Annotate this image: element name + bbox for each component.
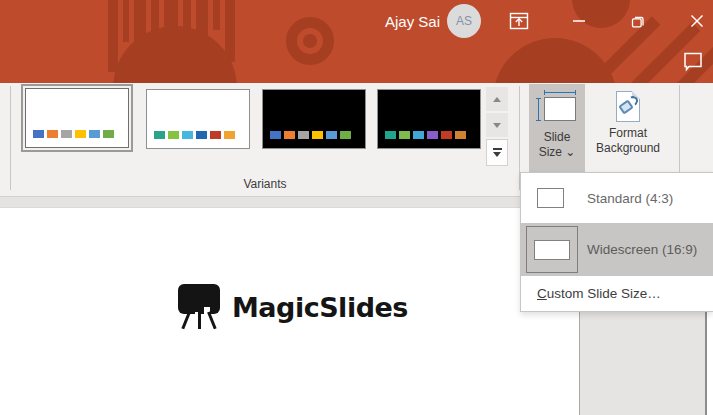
minimize-button[interactable] [564, 6, 594, 36]
format-background-label-line1: Format [609, 126, 647, 141]
powerpoint-window: Ajay Sai AS [0, 0, 713, 415]
gallery-more-button[interactable] [486, 139, 508, 166]
minimize-icon [572, 14, 586, 28]
theme-color-swatch [298, 131, 309, 139]
theme-color-swatch [196, 131, 207, 139]
titlebar: Ajay Sai AS [0, 0, 713, 83]
restore-button[interactable] [623, 6, 653, 36]
slide-size-button[interactable]: Slide Size ⌄ [529, 84, 585, 173]
theme-color-swatches [33, 130, 114, 138]
gallery-scroll-down-button[interactable] [486, 113, 508, 137]
variant-thumbnail-4[interactable] [377, 89, 481, 149]
menu-item-label: Widescreen (16:9) [587, 242, 697, 257]
magicslides-logo: MagicSlides [177, 284, 408, 331]
theme-color-swatch [168, 131, 179, 139]
close-icon [690, 14, 704, 28]
theme-color-swatch [224, 131, 235, 139]
variant-thumbnail-3[interactable] [262, 89, 366, 149]
group-separator [10, 86, 11, 190]
theme-color-swatch [340, 131, 351, 139]
comment-bubble-icon [682, 50, 704, 74]
theme-color-swatch [399, 131, 410, 139]
widescreen-ratio-icon [534, 240, 570, 260]
theme-color-swatch [326, 131, 337, 139]
menu-item-custom-slide-size[interactable]: Custom Slide Size… [521, 276, 713, 311]
selected-option-frame [526, 226, 578, 273]
theme-color-swatches [154, 131, 235, 139]
chevron-down-icon: ⌄ [565, 145, 575, 159]
triangle-down-icon [493, 123, 501, 128]
avatar[interactable]: AS [447, 4, 481, 38]
theme-color-swatch [75, 130, 86, 138]
theme-color-swatch [103, 130, 114, 138]
variant-thumbnail-1[interactable] [25, 88, 129, 148]
close-button[interactable] [682, 6, 712, 36]
restore-icon [630, 13, 646, 29]
menu-item-standard[interactable]: Standard (4:3) [521, 173, 713, 223]
slide-size-dropdown-menu: Standard (4:3) Widescreen (16:9) Custom … [520, 172, 713, 312]
logo-text: MagicSlides [232, 292, 408, 323]
theme-color-swatches [385, 131, 466, 139]
ribbon-display-options-icon [509, 12, 529, 30]
ribbon-display-options-button[interactable] [504, 6, 534, 36]
theme-color-swatch [89, 130, 100, 138]
standard-ratio-icon [537, 188, 564, 208]
theme-color-swatch [385, 131, 396, 139]
theme-color-swatch [154, 131, 165, 139]
slide-size-label-line2: Size [539, 145, 562, 159]
variant-selected-frame [21, 84, 133, 152]
theme-color-swatch [284, 131, 295, 139]
slide-size-icon [536, 91, 578, 127]
menu-item-widescreen[interactable]: Widescreen (16:9) [521, 223, 713, 276]
theme-color-swatch [61, 130, 72, 138]
triangle-down-icon [493, 152, 501, 157]
menu-item-label: Standard (4:3) [587, 191, 673, 206]
group-separator [679, 85, 680, 172]
gallery-scroll-up-button[interactable] [486, 87, 508, 111]
theme-color-swatch [312, 131, 323, 139]
theme-color-swatch [210, 131, 221, 139]
more-bar-icon [493, 148, 502, 150]
theme-color-swatch [182, 131, 193, 139]
theme-color-swatch [441, 131, 452, 139]
easel-chart-icon [177, 284, 221, 331]
theme-color-swatch [455, 131, 466, 139]
format-background-label-line2: Background [596, 141, 660, 156]
menu-item-label: Custom Slide Size… [537, 286, 661, 301]
theme-color-swatch [47, 130, 58, 138]
theme-color-swatches [270, 131, 351, 139]
theme-color-swatch [427, 131, 438, 139]
format-background-button[interactable]: Format Background [589, 84, 667, 173]
gallery-scroll-controls [486, 87, 508, 168]
variants-group-label: Variants [0, 177, 530, 191]
variant-thumbnail-2[interactable] [146, 89, 250, 149]
slide-size-label-line1: Slide [544, 130, 571, 145]
theme-color-swatch [270, 131, 281, 139]
format-background-icon [615, 90, 641, 124]
avatar-initials: AS [456, 14, 472, 28]
theme-color-swatch [413, 131, 424, 139]
account-name[interactable]: Ajay Sai [385, 13, 440, 30]
triangle-up-icon [493, 97, 501, 102]
comments-button[interactable] [682, 50, 704, 78]
theme-color-swatch [33, 130, 44, 138]
